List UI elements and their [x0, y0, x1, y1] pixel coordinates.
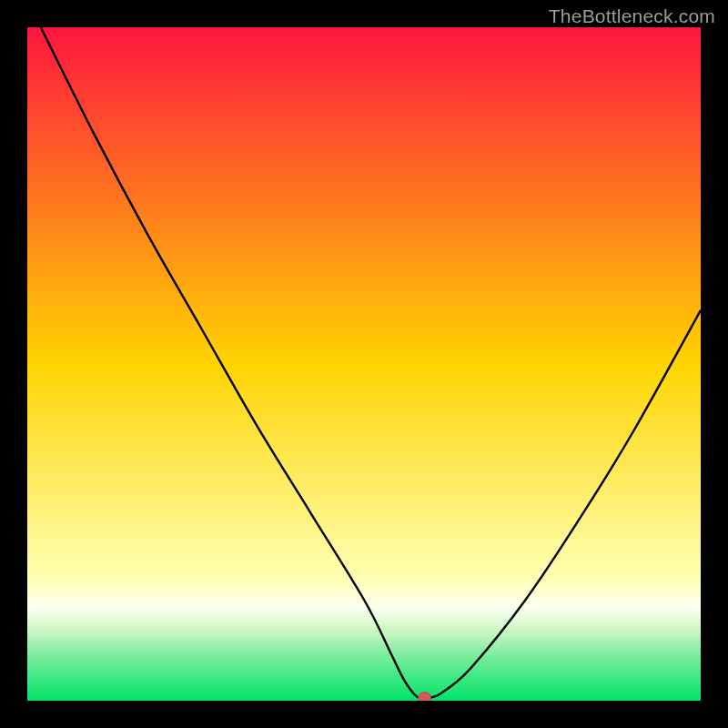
plot-svg — [27, 27, 701, 701]
chart-frame: TheBottleneck.com — [0, 0, 728, 728]
watermark-label: TheBottleneck.com — [549, 5, 715, 27]
marker-pill — [419, 693, 431, 701]
plot-area — [27, 27, 701, 701]
